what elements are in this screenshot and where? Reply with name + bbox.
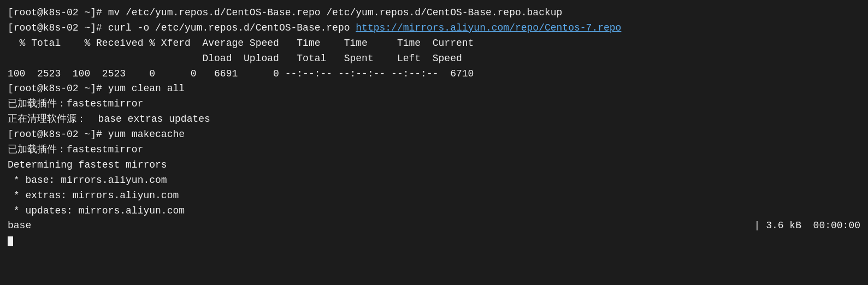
curl-url-link[interactable]: https://mirrors.aliyun.com/repo/Centos-7… xyxy=(356,22,621,33)
yum-plugin-loaded-1: 已加载插件：fastestmirror xyxy=(8,97,860,112)
yum-makecache-cmd: [root@k8s-02 ~]# yum makecache xyxy=(8,127,860,143)
prompt-line xyxy=(8,234,860,249)
status-bar: base | 3.6 kB 00:00:00 xyxy=(8,218,860,234)
yum-plugin-loaded-2: 已加载插件：fastestmirror xyxy=(8,143,860,158)
curl-header-1: % Total % Received % Xferd Average Speed… xyxy=(8,36,860,51)
yum-cleaning: 正在清理软件源： base extras updates xyxy=(8,112,860,127)
command-line-2: [root@k8s-02 ~]# curl -o /etc/yum.repos.… xyxy=(8,21,860,36)
mirror-updates: * updates: mirrors.aliyun.com xyxy=(8,204,860,219)
determining-mirrors: Determining fastest mirrors xyxy=(8,158,860,173)
command-line-1: [root@k8s-02 ~]# mv /etc/yum.repos.d/Cen… xyxy=(8,5,860,21)
mirror-base: * base: mirrors.aliyun.com xyxy=(8,173,860,188)
status-left: base xyxy=(8,218,31,234)
cursor-block xyxy=(8,236,13,246)
yum-clean-cmd: [root@k8s-02 ~]# yum clean all xyxy=(8,81,860,97)
curl-progress: 100 2523 100 2523 0 0 6691 0 --:--:-- --… xyxy=(8,67,860,82)
curl-header-2: Dload Upload Total Spent Left Speed xyxy=(8,51,860,67)
terminal[interactable]: [root@k8s-02 ~]# mv /etc/yum.repos.d/Cen… xyxy=(0,0,868,285)
status-right: | 3.6 kB 00:00:00 xyxy=(754,218,860,234)
mirror-extras: * extras: mirrors.aliyun.com xyxy=(8,188,860,204)
